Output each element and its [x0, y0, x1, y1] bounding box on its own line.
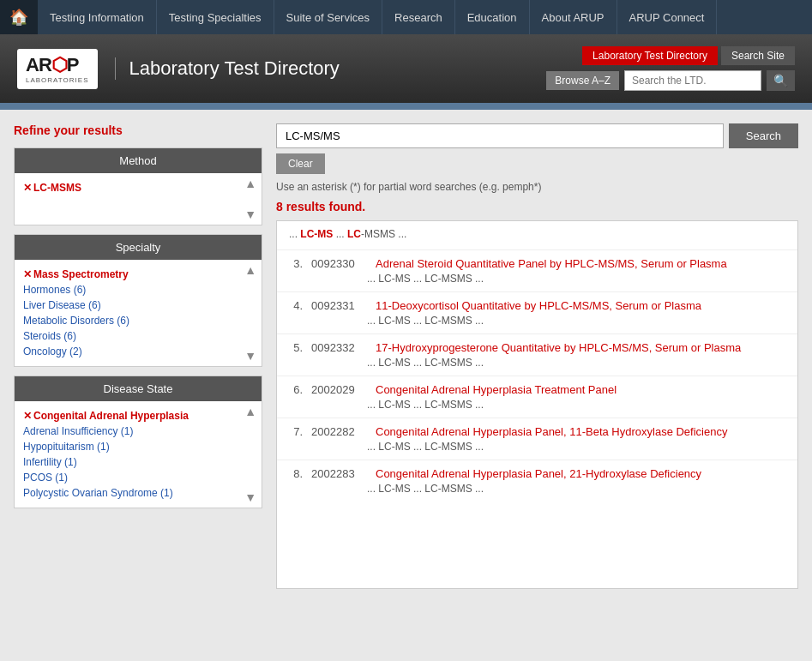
disease-filter-body: ▲ ✕Congenital Adrenal Hyperplasia Adrena…	[15, 401, 262, 508]
result-item: 6. 2002029 Congenital Adrenal Hyperplasi…	[277, 376, 797, 418]
top-ctx-h2: LC	[347, 228, 361, 240]
results-container[interactable]: ... LC-MS ... LC-MSMS ... 3. 0092330 Adr…	[276, 220, 798, 589]
result-sub-context: ... LC-MS ... LC-MSMS ...	[367, 315, 785, 327]
result-row: 8. 2002283 Congenital Adrenal Hyperplasi…	[289, 467, 785, 480]
home-button[interactable]: 🏠	[0, 0, 38, 34]
nav-suite-of-services[interactable]: Suite of Services	[274, 0, 383, 34]
method-scroll-down[interactable]: ▼	[244, 207, 256, 221]
result-highlight2: LC	[424, 315, 437, 327]
clear-button[interactable]: Clear	[276, 153, 325, 174]
ltd-search-input[interactable]	[624, 70, 761, 91]
arup-logo-text: AR⬡P	[26, 54, 89, 76]
ltd-button[interactable]: Laboratory Test Directory	[582, 46, 718, 65]
result-number: 8.	[289, 467, 303, 480]
method-filter-section: Method ▲ ✕LC-MSMS ▼	[14, 147, 262, 225]
result-code: 0092332	[311, 341, 367, 354]
result-highlight1: LC-MS	[378, 399, 410, 411]
sidebar: Refine your results Method ▲ ✕LC-MSMS ▼ …	[14, 123, 262, 589]
nav-testing-specialties[interactable]: Testing Specialties	[157, 0, 274, 34]
result-number: 5.	[289, 341, 303, 354]
method-remove-icon[interactable]: ✕	[23, 182, 32, 194]
header-top-buttons: Laboratory Test Directory Search Site	[582, 46, 795, 65]
ltd-search-go-button[interactable]: 🔍	[767, 70, 795, 91]
disease-filter-item[interactable]: Adrenal Insufficiency (1)	[23, 424, 253, 439]
result-link[interactable]: Adrenal Steroid Quantitative Panel by HP…	[376, 257, 785, 270]
top-ctx-before: ...	[289, 228, 300, 240]
result-link[interactable]: 17-Hydroxyprogesterone Quantitative by H…	[376, 341, 785, 354]
method-scroll-up[interactable]: ▲	[244, 177, 256, 190]
disease-active-filter[interactable]: ✕Congenital Adrenal Hyperplasia	[23, 408, 253, 424]
result-link[interactable]: 11-Deoxycortisol Quantitative by HPLC-MS…	[376, 299, 785, 312]
result-items-container: 3. 0092330 Adrenal Steroid Quantitative …	[277, 250, 797, 502]
nav-arup-connect[interactable]: ARUP Connect	[617, 0, 718, 34]
arup-logo: AR⬡P LABORATORIES	[17, 49, 98, 89]
specialty-filter-item[interactable]: Hormones (6)	[23, 282, 253, 297]
result-highlight2: LC	[424, 273, 437, 285]
main-search-input[interactable]	[276, 123, 724, 148]
disease-scroll-down[interactable]: ▼	[244, 490, 256, 504]
specialty-filter-item[interactable]: Liver Disease (6)	[23, 297, 253, 313]
nav-research[interactable]: Research	[382, 0, 455, 34]
result-sub-context: ... LC-MS ... LC-MSMS ...	[367, 483, 785, 495]
main-search-button[interactable]: Search	[729, 123, 798, 148]
specialty-scroll-down[interactable]: ▼	[244, 349, 256, 363]
disease-scroll-up[interactable]: ▲	[244, 405, 256, 418]
result-number: 3.	[289, 257, 303, 270]
nav-testing-information[interactable]: Testing Information	[38, 0, 157, 34]
method-filter-header: Method	[15, 148, 262, 173]
result-highlight2: LC	[424, 483, 437, 495]
result-number: 4.	[289, 299, 303, 312]
result-code: 2002282	[311, 425, 367, 438]
result-link[interactable]: Congenital Adrenal Hyperplasia Panel, 11…	[376, 425, 785, 438]
disease-filter-item[interactable]: PCOS (1)	[23, 470, 253, 485]
result-code: 0092330	[311, 257, 367, 270]
page-header: AR⬡P LABORATORIES Laboratory Test Direct…	[0, 34, 812, 103]
page-title: Laboratory Test Directory	[115, 57, 340, 80]
specialty-filter-body: ▲ ✕Mass Spectrometry Hormones (6) Liver …	[15, 260, 262, 366]
result-highlight1: LC-MS	[378, 441, 410, 453]
specialty-remove-icon[interactable]: ✕	[23, 268, 32, 280]
main-content: Refine your results Method ▲ ✕LC-MSMS ▼ …	[0, 110, 812, 603]
specialty-scroll-up[interactable]: ▲	[244, 263, 256, 277]
result-highlight2: LC	[424, 399, 437, 411]
nav-education[interactable]: Education	[455, 0, 530, 34]
result-link[interactable]: Congenital Adrenal Hyperplasia Treatment…	[376, 383, 785, 396]
result-row: 5. 0092332 17-Hydroxyprogesterone Quanti…	[289, 341, 785, 354]
top-navigation: 🏠 Testing Information Testing Specialtie…	[0, 0, 812, 34]
specialty-filter-item[interactable]: Steroids (6)	[23, 328, 253, 344]
specialty-filter-item[interactable]: Oncology (2)	[23, 344, 253, 359]
disease-filter-header: Disease State	[15, 376, 262, 401]
result-code: 2002283	[311, 467, 367, 480]
result-highlight1: LC-MS	[378, 273, 410, 285]
result-sub-context: ... LC-MS ... LC-MSMS ...	[367, 273, 785, 285]
result-item: 4. 0092331 11-Deoxycortisol Quantitative…	[277, 292, 797, 334]
search-site-button[interactable]: Search Site	[721, 46, 795, 65]
disease-filter-item[interactable]: Hypopituitarism (1)	[23, 439, 253, 454]
result-sub-context: ... LC-MS ... LC-MSMS ...	[367, 441, 785, 453]
nav-about-arup[interactable]: About ARUP	[530, 0, 617, 34]
result-number: 7.	[289, 425, 303, 438]
results-area: Search Clear Use an asterisk (*) for par…	[276, 123, 798, 589]
result-row: 4. 0092331 11-Deoxycortisol Quantitative…	[289, 299, 785, 312]
specialty-active-filter[interactable]: ✕Mass Spectrometry	[23, 267, 253, 282]
specialty-filter-item[interactable]: Metabolic Disorders (6)	[23, 313, 253, 328]
header-bottom-search: Browse A–Z 🔍	[546, 70, 795, 91]
result-row: 3. 0092330 Adrenal Steroid Quantitative …	[289, 257, 785, 270]
result-highlight2: LC	[424, 357, 437, 369]
specialty-filter-section: Specialty ▲ ✕Mass Spectrometry Hormones …	[14, 234, 262, 367]
method-active-filter[interactable]: ✕LC-MSMS	[23, 180, 253, 195]
method-filter-body: ▲ ✕LC-MSMS ▼	[15, 173, 262, 225]
disease-filter-item[interactable]: Infertility (1)	[23, 454, 253, 470]
browse-az-button[interactable]: Browse A–Z	[546, 71, 619, 90]
laboratories-label: LABORATORIES	[26, 76, 89, 84]
disease-remove-icon[interactable]: ✕	[23, 410, 32, 422]
logo-area: AR⬡P LABORATORIES Laboratory Test Direct…	[17, 49, 340, 89]
top-context: ... LC-MS ... LC-MSMS ...	[289, 228, 785, 240]
result-highlight1: LC-MS	[378, 315, 410, 327]
result-link[interactable]: Congenital Adrenal Hyperplasia Panel, 21…	[376, 467, 785, 480]
search-hint: Use an asterisk (*) for partial word sea…	[276, 181, 798, 193]
result-row: 6. 2002029 Congenital Adrenal Hyperplasi…	[289, 383, 785, 396]
results-count: 8 results found.	[276, 200, 798, 213]
result-sub-context: ... LC-MS ... LC-MSMS ...	[367, 357, 785, 369]
disease-filter-item[interactable]: Polycystic Ovarian Syndrome (1)	[23, 485, 253, 501]
